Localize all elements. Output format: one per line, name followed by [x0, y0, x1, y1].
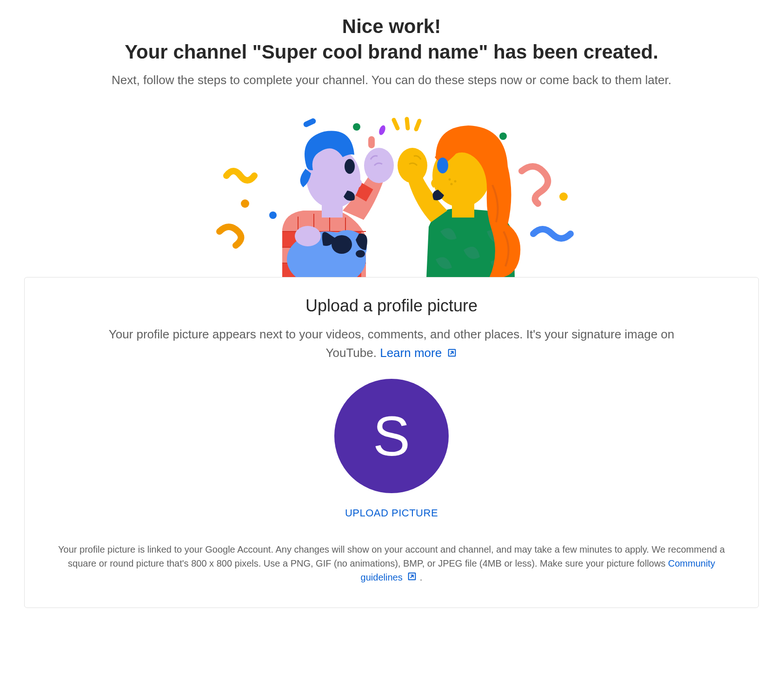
card-title: Upload a profile picture [48, 296, 735, 316]
svg-point-27 [308, 174, 321, 191]
svg-point-32 [356, 250, 365, 258]
svg-point-40 [454, 180, 457, 183]
footer-text: Your profile picture is linked to your G… [48, 542, 735, 584]
svg-point-6 [559, 192, 568, 201]
title-line2: Your channel "Super cool brand name" has… [24, 40, 759, 65]
profile-picture-card: Upload a profile picture Your profile pi… [24, 277, 759, 608]
svg-point-0 [241, 199, 249, 208]
svg-rect-1 [303, 118, 317, 128]
svg-point-7 [269, 211, 277, 219]
title-line1: Nice work! [24, 14, 759, 40]
svg-point-5 [499, 132, 507, 140]
subtitle: Next, follow the steps to complete your … [24, 73, 759, 87]
card-description: Your profile picture appears next to you… [101, 325, 682, 363]
external-link-icon [447, 344, 457, 355]
celebration-illustration [24, 111, 759, 278]
svg-point-28 [345, 159, 355, 174]
svg-point-24 [364, 148, 394, 183]
avatar-letter: S [373, 404, 410, 468]
avatar-preview: S [334, 379, 449, 493]
external-link-icon [407, 571, 417, 581]
svg-point-33 [295, 226, 321, 246]
upload-picture-button[interactable]: UPLOAD PICTURE [345, 507, 438, 519]
svg-point-39 [449, 178, 451, 181]
page-header: Nice work! Your channel "Super cool bran… [24, 14, 759, 87]
svg-point-41 [451, 183, 453, 185]
footer-text-part1: Your profile picture is linked to your G… [58, 544, 725, 568]
svg-point-31 [332, 235, 352, 254]
svg-point-38 [437, 158, 448, 173]
svg-point-4 [378, 125, 387, 136]
footer-text-part2: . [420, 572, 423, 582]
svg-rect-3 [368, 136, 375, 148]
svg-point-2 [353, 123, 360, 131]
svg-point-34 [398, 148, 427, 183]
learn-more-link[interactable]: Learn more [380, 346, 457, 360]
